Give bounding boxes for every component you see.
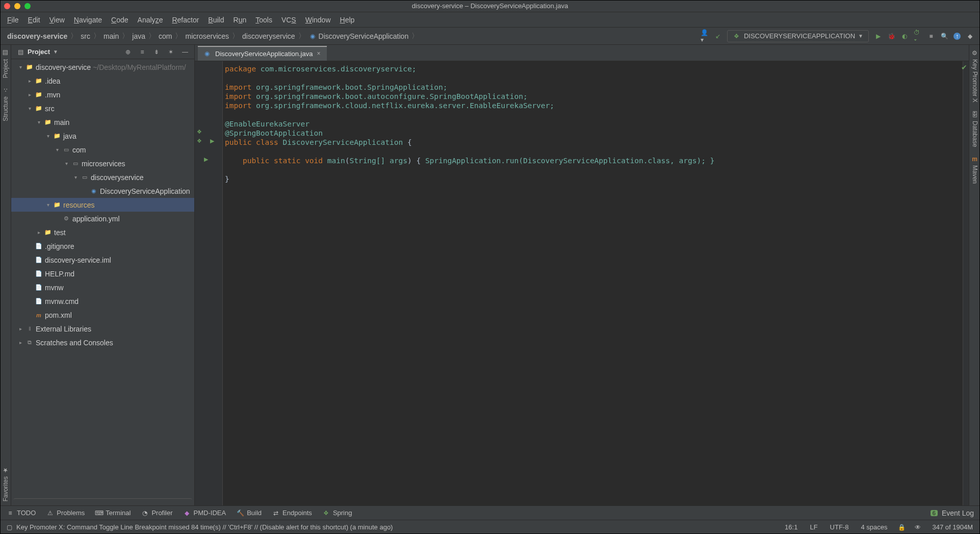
indent[interactable]: 4 spaces xyxy=(859,523,889,531)
disclosure-arrow-icon[interactable]: ▾ xyxy=(36,119,42,125)
tool-todo[interactable]: ≡TODO xyxy=(6,509,36,517)
crumb-src[interactable]: src〉 xyxy=(81,32,101,41)
tool-maven[interactable]: mMaven xyxy=(969,151,980,188)
chevron-down-icon[interactable]: ▼ xyxy=(53,49,58,55)
crumb-project[interactable]: discovery-service〉 xyxy=(7,32,79,41)
tool-build[interactable]: 🔨Build xyxy=(236,509,262,517)
tree-row-com[interactable]: ▾▭ com xyxy=(11,143,194,157)
tree-row-java[interactable]: ▾📁 java xyxy=(11,129,194,143)
menu-file[interactable]: File xyxy=(3,14,23,26)
tool-problems[interactable]: ⚠Problems xyxy=(46,509,85,517)
editor-gutter[interactable]: ❖ ❖ ▶ ▶ xyxy=(195,61,223,505)
menu-code[interactable]: Code xyxy=(107,14,132,26)
crumb-class[interactable]: ◉DiscoveryServiceApplication〉 xyxy=(308,32,420,41)
disclosure-arrow-icon[interactable]: ▸ xyxy=(17,326,23,332)
add-user-icon[interactable]: 👤▾ xyxy=(701,32,709,40)
gear-icon[interactable]: ✶ xyxy=(167,48,175,56)
tree-row--gitignore[interactable]: 📄 .gitignore xyxy=(11,239,194,253)
disclosure-arrow-icon[interactable]: ▸ xyxy=(27,78,33,84)
ide-settings-icon[interactable]: ◆ xyxy=(966,32,974,40)
encoding[interactable]: UTF-8 xyxy=(828,523,851,531)
tree-row-discoveryserviceapplication[interactable]: ◉ DiscoveryServiceApplication xyxy=(11,184,194,198)
menu-vcs[interactable]: VCS xyxy=(277,14,300,26)
crumb-microservices[interactable]: microservices〉 xyxy=(185,32,240,41)
crumb-main[interactable]: main〉 xyxy=(104,32,130,41)
tree-row-discovery-service-iml[interactable]: 📄 discovery-service.iml xyxy=(11,253,194,267)
lock-icon[interactable]: 🔒 xyxy=(897,523,906,531)
tree-row--idea[interactable]: ▸📁 .idea xyxy=(11,74,194,88)
code-editor[interactable]: package com.microservices.discoveryservi… xyxy=(223,61,963,505)
close-window-icon[interactable] xyxy=(4,3,10,9)
disclosure-arrow-icon[interactable]: ▾ xyxy=(54,147,60,152)
inspections-icon[interactable]: 👁 xyxy=(914,523,922,531)
disclosure-arrow-icon[interactable]: ▸ xyxy=(36,230,42,235)
status-message[interactable]: ▢ Key Promoter X: Command Toggle Line Br… xyxy=(5,523,393,531)
menu-help[interactable]: Help xyxy=(336,14,359,26)
tool-window-icon[interactable]: ▢ xyxy=(5,523,13,531)
tree-row-main[interactable]: ▾📁 main xyxy=(11,115,194,129)
menu-window[interactable]: Window xyxy=(301,14,335,26)
close-icon[interactable]: × xyxy=(317,50,320,57)
crumb-discoveryservice[interactable]: discoveryservice〉 xyxy=(242,32,306,41)
tool-profiler[interactable]: ◔Profiler xyxy=(141,509,172,517)
tree-row-scratches-and-consoles[interactable]: ▸⧉ Scratches and Consoles xyxy=(11,336,194,349)
line-ending[interactable]: LF xyxy=(808,523,819,531)
debug-button[interactable]: 🐞 xyxy=(887,32,895,40)
project-tree[interactable]: ▾📁 discovery-service ~/Desktop/MyRentalP… xyxy=(11,59,194,498)
tree-row-discovery-service[interactable]: ▾📁 discovery-service ~/Desktop/MyRentalP… xyxy=(11,60,194,74)
scrollbar-horizontal[interactable] xyxy=(13,498,192,503)
search-icon[interactable]: 🔍 xyxy=(940,32,948,40)
spring-bean-icon[interactable]: ❖ xyxy=(197,138,202,144)
tool-database[interactable]: 🗄Database xyxy=(969,107,980,151)
stop-button[interactable]: ■ xyxy=(927,32,935,40)
tree-row-discoveryservice[interactable]: ▾▭ discoveryservice xyxy=(11,170,194,184)
tree-row-pom-xml[interactable]: m pom.xml xyxy=(11,308,194,322)
locate-icon[interactable]: ⊕ xyxy=(124,48,132,56)
disclosure-arrow-icon[interactable]: ▾ xyxy=(27,106,33,111)
hide-icon[interactable]: — xyxy=(181,48,189,56)
menu-view[interactable]: View xyxy=(45,14,69,26)
disclosure-arrow-icon[interactable]: ▾ xyxy=(17,64,23,70)
run-configuration[interactable]: ❖ DISCOVERYSERVICEAPPLICATION ▼ xyxy=(727,30,869,42)
caret-position[interactable]: 16:1 xyxy=(783,523,800,531)
tree-row-mvnw[interactable]: 📄 mvnw xyxy=(11,281,194,294)
tree-row-src[interactable]: ▾📁 src xyxy=(11,101,194,115)
tool-project[interactable]: Project▤ xyxy=(0,45,11,82)
menu-run[interactable]: Run xyxy=(229,14,251,26)
menu-edit[interactable]: Edit xyxy=(24,14,44,26)
memory[interactable]: 347 of 1904M xyxy=(930,523,975,531)
tool-pmd[interactable]: ◆PMD-IDEA xyxy=(183,509,226,517)
event-log-button[interactable]: 6 Event Log xyxy=(931,509,974,517)
maximize-window-icon[interactable] xyxy=(24,3,31,9)
crumb-java[interactable]: java〉 xyxy=(132,32,157,41)
tool-favorites[interactable]: Favorites★ xyxy=(0,462,11,505)
tree-row-external-libraries[interactable]: ▸⫴ External Libraries xyxy=(11,322,194,336)
profile-button[interactable]: ⏱▾ xyxy=(914,32,922,40)
collapse-icon[interactable]: ⇟ xyxy=(152,48,161,56)
run-gutter-icon[interactable]: ▶ xyxy=(210,138,214,144)
tree-row-application-yml[interactable]: ⚙ application.yml xyxy=(11,212,194,225)
spring-bean-icon[interactable]: ❖ xyxy=(197,129,202,135)
menu-refactor[interactable]: Refactor xyxy=(168,14,203,26)
disclosure-arrow-icon[interactable]: ▸ xyxy=(17,340,23,345)
disclosure-arrow-icon[interactable]: ▾ xyxy=(45,202,51,208)
tool-terminal[interactable]: ⌨Terminal xyxy=(95,509,131,517)
crumb-com[interactable]: com〉 xyxy=(159,32,183,41)
tree-row--mvn[interactable]: ▸📁 .mvn xyxy=(11,88,194,101)
run-gutter-icon[interactable]: ▶ xyxy=(204,156,208,163)
tree-row-resources[interactable]: ▾📁 resources xyxy=(11,198,194,212)
menu-navigate[interactable]: Navigate xyxy=(70,14,106,26)
tool-spring[interactable]: ❖Spring xyxy=(322,509,352,517)
minimize-window-icon[interactable] xyxy=(14,3,20,9)
expand-icon[interactable]: ≡ xyxy=(138,48,146,56)
disclosure-arrow-icon[interactable]: ▾ xyxy=(63,161,69,166)
tree-row-help-md[interactable]: 📄 HELP.md xyxy=(11,267,194,281)
tool-structure[interactable]: Structure⛬ xyxy=(0,82,11,125)
editor-tab[interactable]: ◉ DiscoveryServiceApplication.java × xyxy=(198,46,327,61)
menu-build[interactable]: Build xyxy=(204,14,228,26)
editor-right-strip[interactable]: ✔ xyxy=(963,61,969,505)
disclosure-arrow-icon[interactable]: ▾ xyxy=(72,174,79,180)
disclosure-arrow-icon[interactable]: ▾ xyxy=(45,133,51,139)
tool-endpoints[interactable]: ⇄Endpoints xyxy=(272,509,312,517)
coverage-button[interactable]: ◐ xyxy=(900,32,909,40)
